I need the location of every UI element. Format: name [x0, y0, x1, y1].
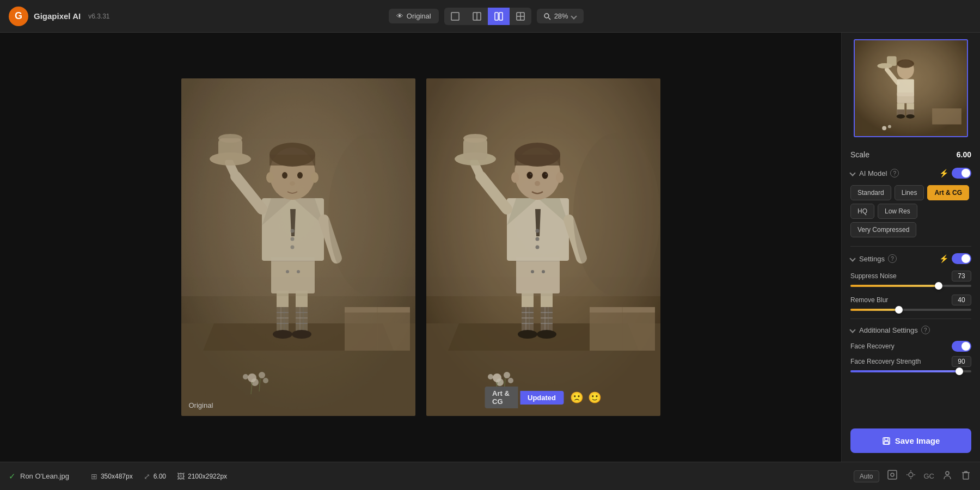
color-profile-button[interactable]	[887, 469, 898, 483]
ai-model-toggle-area: ⚡	[939, 168, 971, 179]
face-recovery-strength-track[interactable]	[850, 370, 971, 372]
face-recovery-strength-fill	[850, 370, 959, 372]
view-split-button[interactable]	[466, 8, 488, 25]
output-size-value: 2100x2922px	[188, 473, 227, 480]
additional-settings-help-icon[interactable]: ?	[921, 326, 930, 334]
image-area: Original	[0, 33, 841, 462]
thumbnail-frame	[854, 39, 968, 137]
original-photo-wrapper: Original	[181, 78, 415, 416]
delete-button[interactable]	[960, 469, 971, 483]
suppress-noise-fill	[850, 285, 939, 287]
app-version: v6.3.31	[88, 13, 109, 20]
ai-model-help-icon[interactable]: ?	[890, 169, 899, 177]
svg-rect-160	[963, 473, 969, 479]
remove-blur-row: Remove Blur 40	[850, 295, 971, 305]
remove-blur-label: Remove Blur	[850, 296, 888, 304]
settings-toggle[interactable]	[952, 253, 971, 264]
enhanced-photo-wrapper: Art & CG Updated 🙁 🙂	[426, 78, 660, 416]
scale-value: 6.00	[957, 150, 971, 159]
scale-label: Scale	[850, 150, 869, 159]
file-meta-area: ⊞ 350x487px ⤢ 6.00 🖼 2100x2922px	[91, 472, 227, 481]
app-logo-icon: G	[9, 7, 28, 26]
model-standard-button[interactable]: Standard	[850, 185, 891, 200]
output-size-icon: 🖼	[177, 472, 185, 481]
ai-model-lightning-icon: ⚡	[939, 169, 948, 177]
art-cg-badge: Art & CG	[485, 387, 518, 408]
view-sidebyside-button[interactable]	[488, 8, 510, 25]
updated-badge: Updated	[520, 391, 564, 405]
ai-model-chevron-icon	[849, 170, 855, 176]
model-lines-button[interactable]: Lines	[895, 185, 924, 200]
face-recovery-strength-group: Face Recovery Strength 90	[850, 356, 971, 372]
scale-row: Scale 6.00	[850, 150, 971, 159]
ai-model-section-header[interactable]: AI Model ? ⚡	[850, 168, 971, 179]
svg-rect-150	[885, 438, 888, 440]
source-size-value: 350x487px	[101, 473, 133, 480]
svg-rect-151	[884, 442, 889, 444]
ai-model-title: AI Model	[859, 169, 887, 177]
additional-settings-header[interactable]: Additional Settings ?	[850, 326, 971, 334]
svg-line-9	[548, 17, 550, 20]
svg-point-153	[891, 473, 894, 476]
model-low-res-button[interactable]: Low Res	[878, 204, 917, 219]
remove-blur-thumb[interactable]	[895, 306, 903, 314]
enhanced-panel: Art & CG Updated 🙁 🙂	[426, 44, 660, 451]
divider-2	[850, 318, 971, 319]
view-grid-button[interactable]	[510, 8, 531, 25]
suppress-noise-track[interactable]	[850, 285, 971, 287]
zoom-button[interactable]: 28%	[537, 9, 584, 23]
save-image-button[interactable]: Save Image	[850, 428, 971, 453]
thumbnail-area	[842, 33, 980, 144]
thumbs-down-button[interactable]: 🙁	[570, 391, 584, 404]
suppress-noise-value: 73	[952, 271, 971, 281]
bottom-bar: ✓ Ron O'Lean.jpg ⊞ 350x487px ⤢ 6.00 🖼 21…	[0, 462, 980, 490]
face-recovery-toggle[interactable]	[952, 341, 971, 352]
source-size-item: ⊞ 350x487px	[91, 472, 133, 481]
settings-title: Settings	[859, 255, 885, 263]
settings-chevron-icon	[849, 255, 855, 261]
save-icon	[882, 437, 891, 445]
original-photo-svg	[181, 78, 415, 416]
check-icon: ✓	[9, 471, 16, 481]
logo-area: G Gigapixel AI v6.3.31	[9, 7, 110, 26]
model-very-compressed-button[interactable]: Very Compressed	[850, 222, 916, 237]
model-buttons: Standard Lines Art & CG HQ Low Res Very …	[850, 185, 971, 237]
settings-section-header[interactable]: Settings ? ⚡	[850, 253, 971, 264]
scale-factor-item: ⤢ 6.00	[144, 472, 166, 481]
app-title: Gigapixel AI	[34, 11, 81, 21]
brightness-button[interactable]	[905, 469, 916, 483]
settings-area: Scale 6.00 AI Model ? ⚡ Standard Lines A…	[842, 144, 980, 422]
thumbs-up-button[interactable]: 🙂	[588, 391, 602, 404]
view-single-button[interactable]	[444, 8, 466, 25]
face-recovery-row: Face Recovery	[850, 341, 971, 352]
output-size-item: 🖼 2100x2922px	[177, 472, 227, 481]
gc-button[interactable]: GC	[924, 472, 935, 480]
svg-rect-129	[426, 78, 660, 416]
settings-lightning-icon: ⚡	[939, 254, 948, 263]
face-recovery-strength-thumb[interactable]	[955, 367, 963, 375]
original-label: Original	[189, 401, 213, 409]
model-art-cg-button[interactable]: Art & CG	[927, 185, 969, 200]
divider-1	[850, 246, 971, 247]
enhanced-photo-svg	[426, 78, 660, 416]
scale-factor-value: 6.00	[154, 473, 166, 480]
ai-model-toggle[interactable]	[952, 168, 971, 179]
svg-rect-68	[181, 78, 415, 416]
svg-rect-152	[888, 470, 897, 479]
remove-blur-fill	[850, 309, 899, 311]
svg-point-159	[946, 471, 949, 475]
top-controls: 👁 Original 28%	[389, 8, 584, 25]
face-recovery-strength-label: Face Recovery Strength	[850, 358, 921, 365]
settings-help-icon[interactable]: ?	[888, 254, 897, 263]
remove-blur-track[interactable]	[850, 309, 971, 311]
original-button[interactable]: 👁 Original	[389, 9, 439, 23]
model-hq-button[interactable]: HQ	[850, 204, 874, 219]
person-button[interactable]	[942, 469, 953, 483]
bottom-right-controls: Auto GC	[854, 469, 971, 483]
view-toggle-group	[444, 8, 531, 25]
eye-icon: 👁	[396, 12, 403, 20]
suppress-noise-group: Suppress Noise 73	[850, 271, 971, 287]
svg-rect-148	[855, 40, 966, 136]
face-recovery-strength-value: 90	[952, 356, 971, 367]
suppress-noise-thumb[interactable]	[935, 282, 942, 290]
